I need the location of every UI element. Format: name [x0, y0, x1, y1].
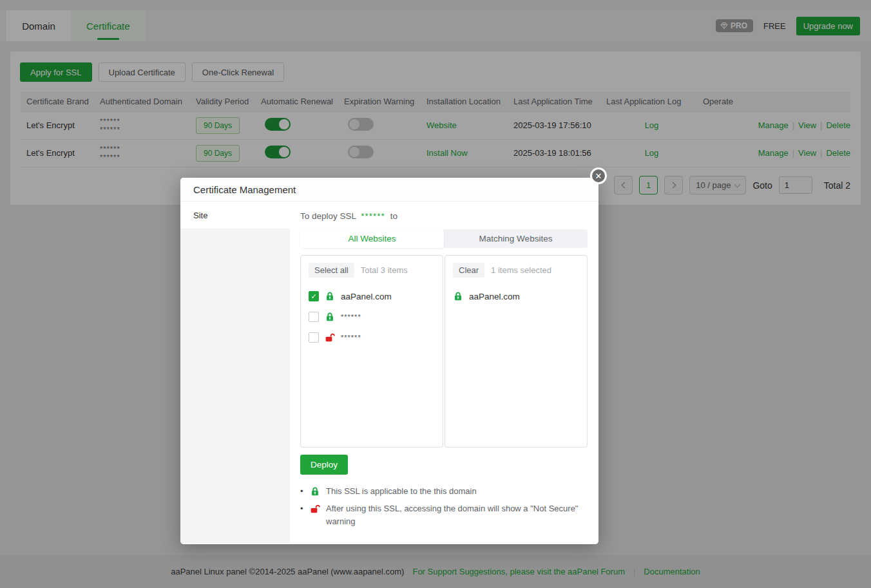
deploy-button[interactable]: Deploy [300, 455, 348, 475]
source-panel: Select all Total 3 items ✓ aaPanel.com *… [300, 255, 443, 448]
checkbox-unchecked-icon[interactable] [309, 312, 319, 322]
website-label: ****** [341, 313, 361, 321]
website-item-masked-2[interactable]: ****** [309, 327, 435, 348]
checkbox-unchecked-icon[interactable] [309, 332, 319, 343]
note-secure: • This SSL is applicable to the this dom… [300, 485, 579, 498]
modal-content: To deploy SSL ****** to All Websites Mat… [290, 202, 598, 544]
ssl-notes: • This SSL is applicable to the this dom… [300, 485, 579, 528]
ssl-name: ****** [361, 211, 385, 221]
lock-closed-icon [325, 291, 335, 301]
target-summary: 1 items selected [491, 265, 551, 275]
website-item-masked-1[interactable]: ****** [309, 307, 435, 327]
deploy-prefix: To deploy SSL [300, 211, 356, 221]
deploy-ssl-line: To deploy SSL ****** to [300, 211, 588, 221]
website-transfer: Select all Total 3 items ✓ aaPanel.com *… [300, 255, 588, 448]
lock-open-icon [310, 504, 320, 528]
selected-website-item: aaPanel.com [453, 286, 579, 307]
deploy-suffix: to [390, 211, 397, 221]
lock-closed-icon [310, 486, 320, 498]
website-filter-tabs: All Websites Matching Websites [300, 229, 588, 248]
tab-matching-websites[interactable]: Matching Websites [444, 229, 588, 248]
lock-closed-icon [453, 291, 463, 301]
clear-button[interactable]: Clear [453, 263, 484, 278]
bullet-icon: • [300, 502, 304, 528]
website-label: aaPanel.com [469, 292, 520, 301]
website-label: aaPanel.com [341, 292, 392, 301]
note-text: This SSL is applicable to the this domai… [326, 485, 477, 498]
note-insecure: • After using this SSL, accessing the do… [300, 502, 579, 528]
sidebar-item-site[interactable]: Site [180, 202, 290, 229]
tab-all-websites[interactable]: All Websites [300, 229, 444, 248]
lock-open-icon [325, 332, 335, 343]
close-icon[interactable]: ✕ [590, 167, 607, 184]
select-all-button[interactable]: Select all [309, 263, 354, 278]
source-summary: Total 3 items [361, 265, 408, 275]
checkbox-checked-icon[interactable]: ✓ [309, 291, 319, 301]
certificate-management-modal: ✕ Certificate Management Site To deploy … [180, 178, 598, 544]
modal-title: Certificate Management [180, 178, 598, 202]
lock-closed-icon [325, 312, 335, 322]
sidebar-item-label: Site [193, 211, 207, 220]
bullet-icon: • [300, 485, 304, 498]
website-item-aapanel[interactable]: ✓ aaPanel.com [309, 286, 435, 307]
website-label: ****** [341, 334, 361, 341]
modal-sidebar: Site [180, 202, 290, 544]
target-panel: Clear 1 items selected aaPanel.com [445, 255, 588, 448]
note-text: After using this SSL, accessing the doma… [326, 502, 579, 528]
